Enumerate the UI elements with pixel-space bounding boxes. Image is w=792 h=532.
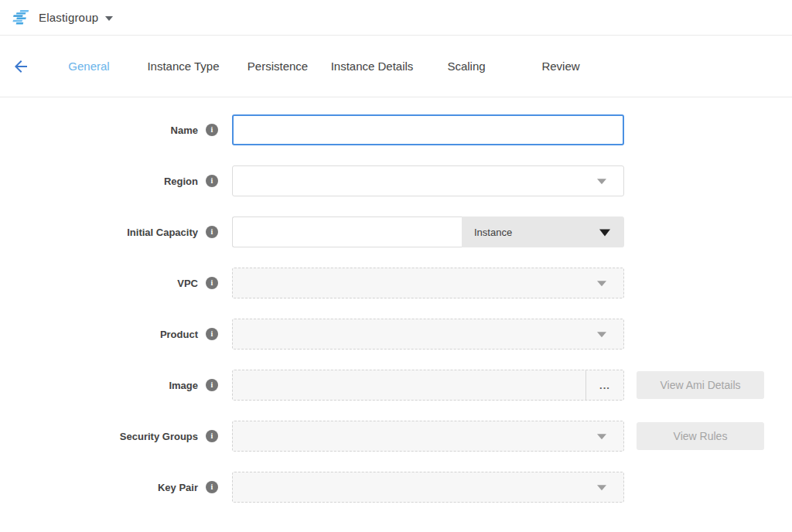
ellipsis-browse-button[interactable]: ...: [586, 370, 623, 400]
info-icon[interactable]: i: [206, 328, 218, 340]
initial-capacity-input[interactable]: [232, 217, 462, 247]
chevron-down-icon: [597, 281, 606, 286]
chevron-down-icon: [597, 179, 606, 184]
back-arrow-icon[interactable]: [12, 57, 30, 76]
tab-general[interactable]: General: [42, 60, 136, 73]
initial-capacity-label: Initial Capacity: [127, 227, 198, 238]
image-value: [233, 370, 585, 400]
region-label: Region: [164, 176, 198, 187]
tab-instance-details[interactable]: Instance Details: [325, 60, 419, 73]
view-rules-button[interactable]: View Rules: [637, 422, 764, 450]
info-icon[interactable]: i: [206, 226, 218, 238]
chevron-down-icon: [597, 332, 606, 337]
elastigroup-logo-icon: [11, 8, 31, 28]
key-pair-label: Key Pair: [158, 482, 198, 493]
chevron-down-icon: [597, 434, 606, 439]
chevron-down-icon[interactable]: [105, 16, 113, 21]
name-label: Name: [171, 124, 198, 136]
general-settings-form: Name i Region i Initial Capacity i Insta…: [0, 97, 792, 503]
name-input[interactable]: [232, 114, 624, 145]
tab-instance-type[interactable]: Instance Type: [136, 60, 230, 73]
capacity-unit-value: Instance: [474, 227, 512, 238]
region-select[interactable]: [232, 165, 624, 196]
info-icon[interactable]: i: [206, 124, 218, 136]
tab-review[interactable]: Review: [514, 60, 608, 73]
form-row-name: Name i: [0, 114, 792, 145]
top-bar: Elastigroup: [0, 0, 792, 36]
form-row-product: Product i: [0, 319, 792, 350]
back-cell: [0, 57, 42, 76]
image-label: Image: [169, 380, 198, 391]
form-row-initial-capacity: Initial Capacity i Instance: [0, 217, 792, 247]
form-row-region: Region i: [0, 165, 792, 196]
info-icon[interactable]: i: [206, 481, 218, 493]
view-ami-details-button[interactable]: View Ami Details: [637, 371, 764, 399]
chevron-down-icon: [599, 229, 610, 236]
form-row-image: Image i ... View Ami Details: [0, 370, 792, 401]
tab-scaling[interactable]: Scaling: [419, 60, 514, 73]
product-label: Product: [160, 329, 198, 340]
wizard-tab-bar: General Instance Type Persistence Instan…: [0, 36, 792, 97]
image-picker: ...: [232, 370, 624, 401]
form-row-key-pair: Key Pair i: [0, 472, 792, 503]
key-pair-select: [232, 472, 624, 503]
vpc-label: VPC: [177, 278, 198, 289]
info-icon[interactable]: i: [206, 379, 218, 391]
chevron-down-icon: [597, 485, 606, 490]
vpc-select: [232, 268, 624, 298]
info-icon[interactable]: i: [206, 430, 218, 442]
info-icon[interactable]: i: [206, 175, 218, 187]
security-groups-select: [232, 421, 624, 452]
app-title[interactable]: Elastigroup: [39, 11, 98, 24]
security-groups-label: Security Groups: [120, 431, 198, 442]
capacity-unit-select[interactable]: Instance: [462, 217, 624, 247]
form-row-vpc: VPC i: [0, 268, 792, 298]
form-row-security-groups: Security Groups i View Rules: [0, 421, 792, 452]
info-icon[interactable]: i: [206, 277, 218, 289]
tab-persistence[interactable]: Persistence: [230, 60, 325, 73]
product-select: [232, 319, 624, 350]
